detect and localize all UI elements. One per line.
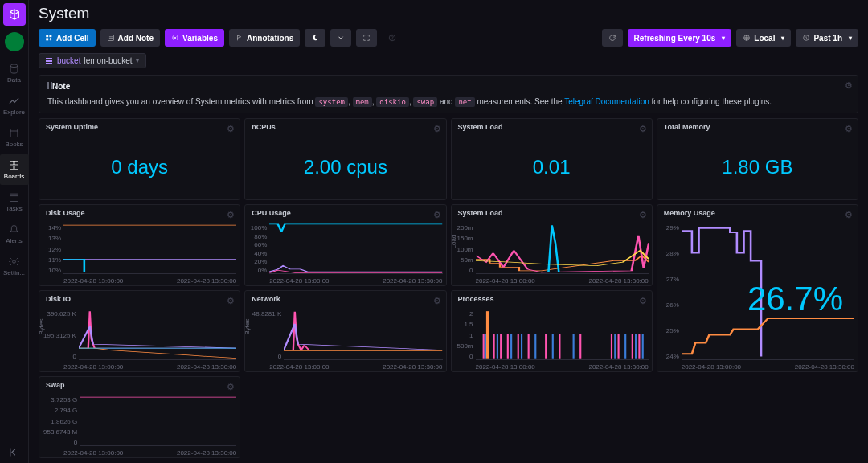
- refresh-icon: [608, 34, 616, 42]
- svg-rect-12: [49, 35, 51, 37]
- plot-area: 26.7%: [682, 223, 854, 360]
- cell-system-uptime[interactable]: ⚙ System Uptime 0 days: [39, 118, 240, 200]
- cell-title: Disk Usage: [39, 205, 240, 221]
- presentation-mode-button[interactable]: [330, 29, 351, 47]
- page-title: System: [39, 5, 858, 23]
- svg-rect-37: [484, 334, 485, 359]
- plot-area: [476, 309, 649, 360]
- cell-cpu-usage[interactable]: ⚙ CPU Usage 100%80%60%40%20%0% 2022-04-2…: [244, 204, 446, 286]
- sidebar-item-explore[interactable]: Explore: [0, 90, 29, 121]
- cell-swap[interactable]: ⚙ Swap 3.7253 G2.794 G1.8626 G953.6743 M…: [39, 376, 240, 458]
- svg-rect-4: [14, 162, 18, 165]
- stat-value: 2.00 cpus: [245, 135, 445, 199]
- logo-icon[interactable]: [3, 3, 26, 26]
- y-axis: 100%80%60%40%20%0%: [247, 223, 269, 284]
- cell-config-icon[interactable]: ⚙: [227, 210, 235, 220]
- timerange-dropdown[interactable]: Past 1h: [796, 29, 858, 47]
- sidebar-item-alerts[interactable]: Alerts: [0, 219, 29, 249]
- sidebar-item-tasks[interactable]: Tasks: [0, 186, 29, 217]
- calendar-icon: [8, 191, 20, 203]
- cell-config-icon[interactable]: ⚙: [639, 210, 647, 220]
- cell-config-icon[interactable]: ⚙: [845, 80, 853, 91]
- dashboard-grid: ⚙ System Uptime 0 days ⚙ nCPUs 2.00 cpus…: [39, 118, 858, 458]
- refresh-button[interactable]: [602, 29, 623, 47]
- button-label: Add Cell: [56, 34, 89, 43]
- cell-system-load-chart[interactable]: ⚙ System Load Load 200m150m100m50m0 2022…: [451, 204, 653, 286]
- y-axis: 48.8281 K0: [247, 309, 284, 370]
- svg-rect-45: [624, 334, 626, 359]
- svg-rect-3: [10, 162, 14, 165]
- avatar[interactable]: [5, 32, 24, 51]
- clock-icon: [802, 34, 810, 42]
- cell-title: System Load: [452, 119, 652, 135]
- dark-mode-button[interactable]: [305, 29, 326, 47]
- cell-config-icon[interactable]: ⚙: [639, 296, 647, 306]
- svg-rect-29: [527, 334, 529, 359]
- y-axis: 200m150m100m50m0: [453, 223, 476, 284]
- y-axis: 21.51500m0: [453, 309, 476, 370]
- cell-title: Total Memory: [657, 119, 858, 135]
- note-cell: ⚙ Note This dashboard gives you an overv…: [39, 75, 858, 113]
- timezone-dropdown[interactable]: Local: [736, 29, 791, 47]
- add-cell-button[interactable]: Add Cell: [39, 29, 96, 47]
- annotations-button[interactable]: Annotations: [229, 29, 300, 47]
- cell-config-icon[interactable]: ⚙: [227, 296, 235, 306]
- svg-rect-6: [14, 166, 18, 169]
- refresh-interval-dropdown[interactable]: Refreshing Every 10s: [628, 29, 732, 47]
- cell-memory-usage[interactable]: ⚙ Memory Usage 29%28%27%26%25%24% 26.7% …: [657, 204, 858, 372]
- cell-disk-io[interactable]: ⚙ Disk IO Bytes 390.625 K195.3125 K0 202…: [39, 290, 240, 372]
- cell-config-icon[interactable]: ⚙: [845, 210, 853, 220]
- svg-rect-46: [635, 334, 637, 359]
- cell-system-load-stat[interactable]: ⚙ System Load 0.01: [451, 118, 653, 200]
- variable-chip[interactable]: bucket lemon-bucket ▾: [39, 53, 146, 68]
- telegraf-docs-link[interactable]: Telegraf Documentation: [564, 97, 649, 106]
- sidebar-item-label: Explore: [3, 109, 25, 116]
- cell-config-icon[interactable]: ⚙: [639, 124, 647, 134]
- cell-config-icon[interactable]: ⚙: [845, 124, 853, 134]
- sidebar-item-books[interactable]: Books: [0, 122, 29, 153]
- svg-rect-38: [496, 334, 497, 359]
- variables-button[interactable]: Variables: [165, 29, 224, 47]
- button-label: Variables: [182, 34, 218, 43]
- svg-rect-32: [579, 334, 581, 359]
- sidebar-item-boards[interactable]: Boards: [0, 154, 29, 185]
- plot-area: [63, 223, 236, 274]
- cell-config-icon[interactable]: ⚙: [433, 210, 441, 220]
- sidebar-item-label: Settin...: [3, 269, 25, 277]
- svg-rect-28: [517, 334, 518, 359]
- cell-config-icon[interactable]: ⚙: [433, 296, 441, 306]
- note-body: This dashboard gives you an overview of …: [47, 97, 850, 106]
- sidebar-item-settings[interactable]: Settin...: [0, 251, 29, 281]
- stat-value: 0.01: [452, 135, 652, 199]
- cell-config-icon[interactable]: ⚙: [227, 124, 235, 134]
- fullscreen-button[interactable]: [356, 29, 377, 47]
- cell-config-icon[interactable]: ⚙: [433, 124, 441, 134]
- help-button[interactable]: [382, 29, 403, 47]
- plot-area: [476, 223, 649, 274]
- collapse-icon: [8, 446, 20, 458]
- cell-config-icon[interactable]: ⚙: [227, 382, 235, 392]
- cell-ncpus[interactable]: ⚙ nCPUs 2.00 cpus: [244, 118, 446, 200]
- explore-icon: [8, 95, 20, 107]
- add-note-button[interactable]: Add Note: [100, 29, 160, 47]
- svg-rect-47: [641, 334, 643, 359]
- note-title: Note: [47, 82, 850, 91]
- cell-processes[interactable]: ⚙ Processes 21.51500m0 2022-04-28 13:00:…: [451, 290, 653, 372]
- svg-rect-23: [485, 311, 488, 359]
- grid-icon: [8, 159, 20, 171]
- cell-total-memory[interactable]: ⚙ Total Memory 1.80 GB: [657, 118, 858, 200]
- sidebar-item-label: Boards: [4, 173, 24, 180]
- expand-icon: [362, 34, 371, 42]
- bell-icon: [8, 223, 20, 236]
- sidebar-collapse-button[interactable]: [0, 441, 29, 463]
- cell-title: System Load: [452, 205, 652, 221]
- cell-network[interactable]: ⚙ Network Bytes 48.8281 K0 2022-04-28 13…: [244, 290, 446, 372]
- note-icon: [107, 34, 115, 42]
- sidebar-item-data[interactable]: Data: [0, 58, 29, 88]
- chevron-down-icon: ▾: [136, 57, 139, 64]
- svg-rect-35: [631, 334, 633, 359]
- cell-title: Disk IO: [39, 291, 240, 307]
- cell-disk-usage[interactable]: ⚙ Disk Usage 14%13%12%11%10% 2022-04-28 …: [39, 204, 240, 286]
- svg-rect-36: [638, 334, 640, 359]
- svg-rect-44: [614, 334, 616, 359]
